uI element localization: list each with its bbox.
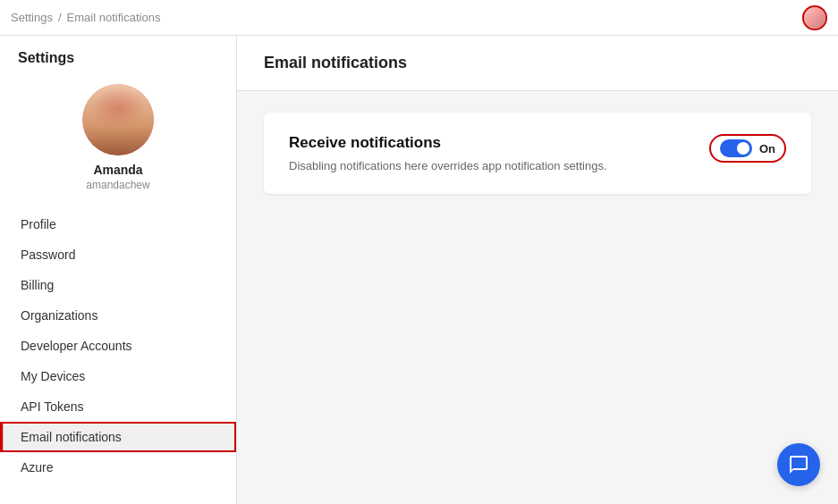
sidebar-item-my-devices[interactable]: My Devices xyxy=(0,361,236,391)
toggle-track xyxy=(720,139,752,157)
sidebar-item-developer-accounts[interactable]: Developer Accounts xyxy=(0,331,236,361)
avatar-image-topbar xyxy=(804,7,825,29)
avatar-figure xyxy=(82,84,154,155)
notification-heading: Receive notifications xyxy=(289,134,607,152)
chat-support-button[interactable] xyxy=(777,443,820,486)
sidebar-title: Settings xyxy=(0,36,236,75)
breadcrumb-current: Email notifications xyxy=(67,11,161,24)
notification-description: Disabling notifications here overrides a… xyxy=(289,159,607,172)
nav-list: Profile Password Billing Organizations D… xyxy=(0,209,236,483)
page-title: Email notifications xyxy=(237,36,838,91)
sidebar-item-profile[interactable]: Profile xyxy=(0,209,236,239)
main-body: Receive notifications Disabling notifica… xyxy=(237,91,838,215)
user-handle: amandachew xyxy=(86,179,149,191)
toggle-thumb xyxy=(737,142,749,155)
notification-card: Receive notifications Disabling notifica… xyxy=(264,113,811,194)
app-layout: Settings Amanda amandachew Profile Passw… xyxy=(0,36,838,504)
receive-notifications-toggle[interactable] xyxy=(720,139,752,157)
toggle-state-label: On xyxy=(759,142,775,155)
breadcrumb-root[interactable]: Settings xyxy=(11,11,53,24)
breadcrumb: Settings / Email notifications xyxy=(11,11,160,24)
user-name: Amanda xyxy=(93,163,142,177)
sidebar-item-password[interactable]: Password xyxy=(0,239,236,270)
sidebar-item-billing[interactable]: Billing xyxy=(0,270,236,300)
user-avatar xyxy=(82,84,154,155)
topbar: Settings / Email notifications xyxy=(0,0,838,36)
sidebar-item-email-notifications[interactable]: Email notifications xyxy=(0,422,236,452)
sidebar: Settings Amanda amandachew Profile Passw… xyxy=(0,36,237,504)
toggle-container[interactable]: On xyxy=(709,134,786,163)
notification-card-text: Receive notifications Disabling notifica… xyxy=(289,134,607,172)
sidebar-item-azure[interactable]: Azure xyxy=(0,452,236,483)
user-avatar-topbar[interactable] xyxy=(802,5,827,30)
chat-icon xyxy=(788,454,809,475)
sidebar-item-organizations[interactable]: Organizations xyxy=(0,300,236,331)
breadcrumb-separator: / xyxy=(58,11,62,24)
main-content-area: Email notifications Receive notification… xyxy=(237,36,838,504)
user-section: Amanda amandachew xyxy=(0,75,236,209)
sidebar-item-api-tokens[interactable]: API Tokens xyxy=(0,391,236,422)
